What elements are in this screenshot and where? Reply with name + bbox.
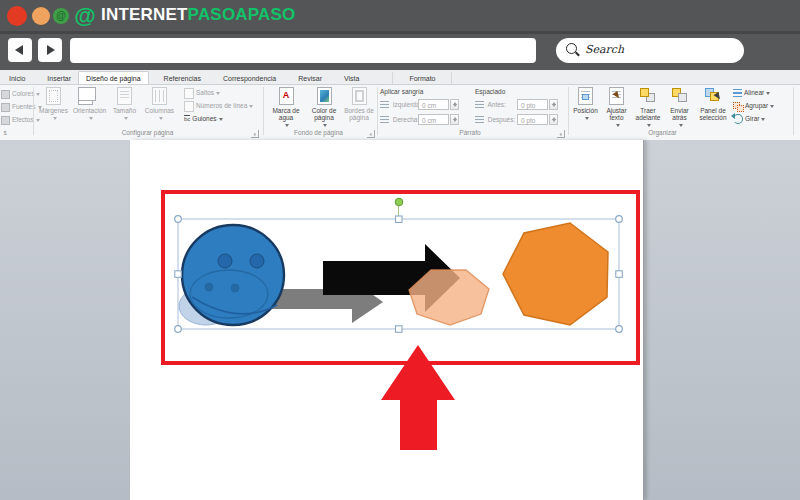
theme-fonts-icon <box>1 103 10 112</box>
fondo-de-pagina-dialog-launcher[interactable] <box>367 130 375 138</box>
resize-handle-bottom[interactable] <box>396 326 403 333</box>
indent-right-field[interactable]: 0 cm <box>418 114 449 125</box>
themes-group-label: s <box>0 129 10 136</box>
tab-referencias[interactable]: Referencias <box>157 72 208 84</box>
numeros-linea-button[interactable]: Números de línea <box>184 100 253 111</box>
small-heptagon-shape[interactable] <box>409 270 489 325</box>
dropdown-caret-icon <box>323 124 327 127</box>
indent-left-stepper[interactable] <box>450 99 459 110</box>
enviar-atras-button[interactable]: Enviar atrás <box>664 87 695 128</box>
dropdown-caret-icon <box>249 105 253 108</box>
window-zoom-icon[interactable]: @ <box>53 8 69 24</box>
dropdown-caret-icon <box>219 118 223 121</box>
numeros-linea-label: Números de línea <box>196 102 247 109</box>
saltos-button[interactable]: Saltos <box>184 87 220 98</box>
ajustar-texto-button[interactable]: Ajustar texto <box>601 87 632 128</box>
window-close-icon[interactable] <box>7 6 27 26</box>
guiones-label: Guiones <box>192 115 216 122</box>
posicion-button[interactable]: Posición <box>570 87 601 121</box>
forward-arrow-icon <box>47 45 55 55</box>
themes-colors-button[interactable]: Colores <box>1 88 40 99</box>
brand-text-green: PASOAPASO <box>188 5 296 24</box>
address-bar[interactable] <box>70 38 536 63</box>
face-left-eye <box>218 254 232 268</box>
marca-de-agua-button[interactable]: A Marca de agua <box>266 87 306 128</box>
face-left-nostril <box>205 283 214 292</box>
tab-correspondencia[interactable]: Correspondencia <box>216 72 283 84</box>
page-color-icon <box>317 87 332 105</box>
configurar-pagina-dialog-launcher[interactable] <box>251 130 259 138</box>
guiones-button[interactable]: bcGuiones <box>184 113 223 124</box>
document-area <box>0 140 800 500</box>
bordes-de-pagina-button[interactable]: Bordes de página <box>342 87 376 121</box>
resize-handle-right[interactable] <box>616 271 623 278</box>
tab-diseno-de-pagina[interactable]: Diseño de página <box>78 71 149 84</box>
forward-button[interactable] <box>38 38 62 62</box>
spacing-before-icon <box>475 101 484 109</box>
tab-revisar[interactable]: Revisar <box>291 72 329 84</box>
back-arrow-icon <box>15 45 23 55</box>
parrafo-dialog-launcher[interactable] <box>557 130 565 138</box>
spacing-after-stepper[interactable] <box>549 114 558 125</box>
resize-handle-left[interactable] <box>175 271 182 278</box>
theme-effects-icon <box>1 116 10 125</box>
search-box[interactable]: Search <box>556 38 744 63</box>
tab-formato[interactable]: Formato <box>392 72 452 84</box>
margenes-button[interactable]: Márgenes <box>36 87 71 121</box>
enviar-atras-label: Enviar atrás <box>664 107 695 121</box>
girar-button[interactable]: Girar <box>733 113 765 124</box>
resize-handle-bottom-right[interactable] <box>616 326 623 333</box>
tab-insertar[interactable]: Insertar <box>40 72 78 84</box>
resize-handle-top[interactable] <box>396 216 403 223</box>
back-button[interactable] <box>8 38 32 62</box>
tamano-button[interactable]: Tamaño <box>108 87 141 121</box>
spacing-before-field[interactable]: 0 pto <box>517 99 548 110</box>
browser-chrome: Search <box>0 34 800 70</box>
align-icon <box>733 89 742 97</box>
send-backward-icon <box>670 87 690 105</box>
dropdown-caret-icon <box>761 118 765 121</box>
blue-face-shape[interactable] <box>182 225 284 325</box>
shapes-canvas <box>0 140 800 500</box>
panel-seleccion-button[interactable]: Panel de selección <box>695 87 731 121</box>
tamano-label: Tamaño <box>108 107 141 114</box>
alinear-button[interactable]: Alinear <box>733 87 770 98</box>
hyphenation-icon: bc <box>184 115 190 123</box>
group-divider <box>568 87 569 135</box>
dropdown-caret-icon <box>53 117 57 120</box>
indent-right-icon <box>380 116 389 124</box>
orientacion-button[interactable]: Orientación <box>71 87 108 121</box>
theme-colors-icon <box>1 90 10 99</box>
spacing-after-field[interactable]: 0 pto <box>517 114 548 125</box>
dropdown-caret-icon <box>770 105 774 108</box>
columnas-button[interactable]: Columnas <box>141 87 178 121</box>
indent-left-icon <box>380 101 389 109</box>
panel-seleccion-label: Panel de selección <box>695 107 731 121</box>
agrupar-button[interactable]: Agrupar <box>733 100 774 111</box>
tab-inicio[interactable]: Inicio <box>2 72 32 84</box>
dropdown-caret-icon <box>159 117 163 120</box>
orientacion-label: Orientación <box>71 107 108 114</box>
tab-vista[interactable]: Vista <box>337 72 366 84</box>
dropdown-caret-icon <box>89 117 93 120</box>
resize-handle-top-right[interactable] <box>616 216 623 223</box>
color-de-pagina-label: Color de página <box>307 107 341 121</box>
rotation-handle[interactable] <box>395 198 403 206</box>
resize-handle-top-left[interactable] <box>175 216 182 223</box>
spin-down-icon <box>552 119 556 122</box>
window-minimize-icon[interactable] <box>32 7 50 25</box>
traer-adelante-button[interactable]: Traer adelante <box>632 87 664 128</box>
indent-right-stepper[interactable] <box>450 114 459 125</box>
themes-effects-label: Efectos <box>12 116 34 123</box>
color-de-pagina-button[interactable]: Color de página <box>307 87 341 128</box>
face-right-eye <box>250 254 264 268</box>
organizar-group-label: Organizar <box>570 129 755 136</box>
resize-handle-bottom-left[interactable] <box>175 326 182 333</box>
large-heptagon-shape[interactable] <box>503 223 608 325</box>
spacing-before-stepper[interactable] <box>549 99 558 110</box>
aplicar-sangria-header: Aplicar sangría <box>380 88 423 95</box>
indent-left-field[interactable]: 0 cm <box>418 99 449 110</box>
saltos-label: Saltos <box>196 89 214 96</box>
group-divider <box>263 87 264 135</box>
group-objects-icon <box>733 102 743 110</box>
